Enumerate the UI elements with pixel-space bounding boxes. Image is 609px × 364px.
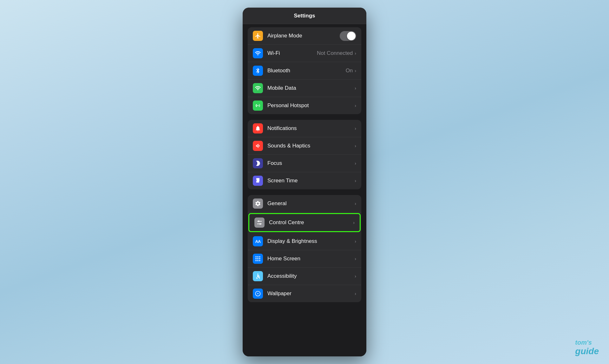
svg-rect-14 <box>259 260 260 261</box>
svg-rect-11 <box>259 258 260 259</box>
display-brightness-icon-wrap: AA <box>253 236 263 246</box>
accessibility-chevron: › <box>355 274 356 279</box>
focus-label: Focus <box>267 160 355 166</box>
general-label: General <box>267 200 355 207</box>
airplane-mode-icon-wrap <box>253 31 263 41</box>
display-section: General › Control Centre › <box>248 195 361 302</box>
control-centre-chevron: › <box>353 220 355 225</box>
moon-icon <box>255 160 261 166</box>
wifi-icon <box>255 50 261 56</box>
display-brightness-row[interactable]: AA Display & Brightness › <box>248 233 361 250</box>
grid-icon <box>255 256 261 262</box>
svg-point-15 <box>257 274 258 275</box>
watermark-line2: guide <box>575 346 599 356</box>
wallpaper-chevron: › <box>355 291 356 296</box>
settings-content: Airplane Mode Wi-Fi Not Connected › <box>243 24 366 356</box>
bluetooth-icon <box>255 68 261 74</box>
wifi-row[interactable]: Wi-Fi Not Connected › <box>248 45 361 62</box>
airplane-mode-toggle[interactable] <box>340 31 356 41</box>
phone-frame: Settings Airplane Mode <box>243 8 366 356</box>
accessibility-icon-wrap <box>253 271 263 281</box>
notifications-label: Notifications <box>267 125 355 132</box>
wallpaper-label: Wallpaper <box>267 290 355 297</box>
wallpaper-row[interactable]: Wallpaper › <box>248 285 361 302</box>
svg-rect-3 <box>259 221 262 222</box>
speaker-icon <box>255 143 261 149</box>
wallpaper-icon-wrap <box>253 289 263 299</box>
bell-icon <box>255 125 261 132</box>
general-icon-wrap <box>253 198 263 209</box>
control-centre-icon-wrap <box>254 218 265 228</box>
bluetooth-value: On <box>346 68 353 74</box>
watermark: tom's guide <box>575 339 599 356</box>
personal-hotspot-row[interactable]: Personal Hotspot › <box>248 97 361 114</box>
svg-rect-6 <box>256 257 257 257</box>
wifi-value: Not Connected <box>317 50 353 56</box>
signal-icon <box>255 85 261 91</box>
focus-chevron: › <box>355 161 356 166</box>
sounds-haptics-label: Sounds & Haptics <box>267 143 355 149</box>
home-screen-label: Home Screen <box>267 256 355 262</box>
notifications-row[interactable]: Notifications › <box>248 120 361 137</box>
gear-icon <box>255 200 261 207</box>
display-brightness-chevron: › <box>355 239 356 244</box>
screen-time-row[interactable]: Screen Time › <box>248 172 361 189</box>
brightness-icon: AA <box>255 239 261 244</box>
screen-time-icon-wrap <box>253 176 263 186</box>
preferences-section: Notifications › Sounds & Haptics › <box>248 120 361 189</box>
title-bar: Settings <box>243 8 366 24</box>
hourglass-icon <box>255 178 261 184</box>
svg-rect-12 <box>256 260 257 261</box>
bluetooth-icon-wrap <box>253 66 263 76</box>
sounds-icon-wrap <box>253 141 263 151</box>
page-title: Settings <box>294 13 315 19</box>
home-screen-chevron: › <box>355 256 356 261</box>
mobile-data-row[interactable]: Mobile Data › <box>248 80 361 97</box>
svg-rect-10 <box>257 258 258 259</box>
control-centre-row[interactable]: Control Centre › <box>248 213 361 232</box>
accessibility-row[interactable]: Accessibility › <box>248 268 361 285</box>
bluetooth-chevron: › <box>355 68 356 73</box>
focus-icon-wrap <box>253 158 263 168</box>
hotspot-icon-wrap <box>253 101 263 111</box>
airplane-mode-toggle-knob <box>347 32 356 40</box>
mobile-data-chevron: › <box>355 86 356 91</box>
svg-rect-5 <box>261 224 262 224</box>
svg-rect-2 <box>257 221 258 222</box>
svg-rect-9 <box>256 258 257 259</box>
airplane-icon <box>255 33 261 39</box>
general-chevron: › <box>355 201 356 206</box>
home-screen-icon-wrap <box>253 254 263 264</box>
notifications-chevron: › <box>355 126 356 131</box>
mobile-data-icon-wrap <box>253 83 263 93</box>
svg-rect-13 <box>257 260 258 261</box>
bluetooth-row[interactable]: Bluetooth On › <box>248 62 361 80</box>
sounds-haptics-row[interactable]: Sounds & Haptics › <box>248 137 361 155</box>
svg-rect-8 <box>259 257 260 257</box>
connectivity-section: Airplane Mode Wi-Fi Not Connected › <box>248 27 361 114</box>
screen-time-chevron: › <box>355 178 356 183</box>
focus-row[interactable]: Focus › <box>248 155 361 172</box>
svg-rect-4 <box>257 224 260 224</box>
wifi-label: Wi-Fi <box>267 50 317 56</box>
screen-time-label: Screen Time <box>267 178 355 184</box>
watermark-line1: tom's <box>575 339 599 346</box>
general-row[interactable]: General › <box>248 195 361 212</box>
svg-rect-7 <box>257 257 258 257</box>
airplane-mode-label: Airplane Mode <box>267 33 340 39</box>
personal-hotspot-chevron: › <box>355 103 356 108</box>
wifi-icon-wrap <box>253 48 263 58</box>
bluetooth-label: Bluetooth <box>267 68 346 74</box>
hotspot-icon <box>255 102 261 109</box>
sounds-haptics-chevron: › <box>355 143 356 148</box>
personal-hotspot-label: Personal Hotspot <box>267 102 355 109</box>
sliders-icon <box>256 219 263 226</box>
mobile-data-label: Mobile Data <box>267 85 355 91</box>
notifications-icon-wrap <box>253 123 263 133</box>
control-centre-label: Control Centre <box>269 219 353 226</box>
wifi-chevron: › <box>355 51 356 56</box>
accessibility-icon <box>255 273 261 279</box>
home-screen-row[interactable]: Home Screen › <box>248 250 361 268</box>
airplane-mode-row[interactable]: Airplane Mode <box>248 27 361 45</box>
accessibility-label: Accessibility <box>267 273 355 279</box>
